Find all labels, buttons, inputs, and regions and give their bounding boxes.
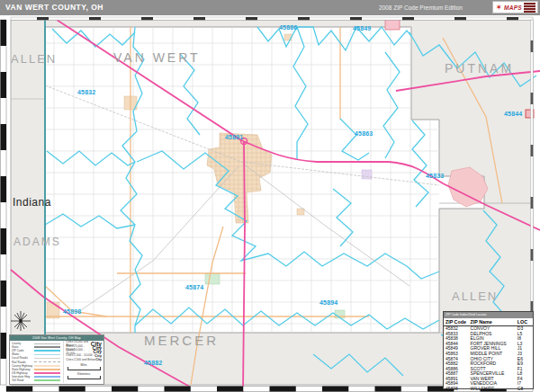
legend-line-sample [34,361,60,362]
col-zip-code: ZIP Code [446,319,471,325]
page: { "header": { "title": "VAN WERT COUNTY,… [0,0,540,392]
map-legend: 2008 Van Wert County, OH Map CountyState… [9,334,104,385]
legend-line-sample [34,354,60,356]
legend-line-sample [34,369,60,370]
page-title: VAN WERT COUNTY, OH [5,0,104,15]
legend-line-sample [34,350,60,352]
city-class-label: Cities 2,500 and Below [66,358,95,361]
zip-index-table: ZIP Code Index/Grid Locator ZIP Code ZIP… [443,311,534,389]
title-bar: VAN WERT COUNTY, OH 2008 ZIP Code Premiu… [0,0,540,15]
legend-city-class: Cities 2,500 and BelowCity [66,358,102,361]
zip-table-row: 45898WILLSHIREC8 [444,386,533,391]
middle-point-area [362,170,372,179]
city-class-label: Cities 2,500 - 10,000 [66,353,92,357]
scale-bar-kilometers: Kilometers [66,372,102,379]
scale-bar-miles: Miles [66,363,102,370]
compass-star-icon: ✶ [495,4,502,12]
legend-line-sample [34,343,60,344]
grover-hill-area [385,20,400,30]
col-loc: LOC [518,319,531,325]
zip-table-cell: WILLSHIRE [471,386,518,391]
legend-item-label: Toll Road [12,379,34,382]
edition-label: 2008 ZIP Code Premium Edition [379,0,463,15]
legend-cities: Cities 50,000 and AboveCityCities 25,000… [66,342,102,361]
ohio-city-area [205,273,220,284]
zip-table-cell: 45898 [446,386,471,391]
logo-series-box [524,3,536,13]
legend-line-sample [34,365,60,367]
logo-brand-text: MAPS [504,4,522,11]
legend-line-sample [34,376,60,379]
zip-table-rows: 45832CONVOYD345833DELPHOSL545838ELGINI84… [444,326,533,391]
legend-line-sample [34,346,60,348]
col-zip-name: ZIP Name [471,319,518,325]
zip-table-cell: C8 [518,386,531,391]
willshire-area [47,302,59,318]
zip-table-header: ZIP Code ZIP Name LOC [444,318,533,326]
city-symbol: City [95,358,102,361]
legend-line-sample [34,372,60,374]
publisher-logo: ✶ MAPS [492,1,538,13]
legend-line-sample [34,379,60,382]
elgin-area [297,209,304,215]
legend-item: Toll Road [12,379,61,382]
legend-lines: CountyStateZIP CodeWaterLocal RoadsRail … [10,341,63,383]
legend-line-sample [34,358,60,359]
